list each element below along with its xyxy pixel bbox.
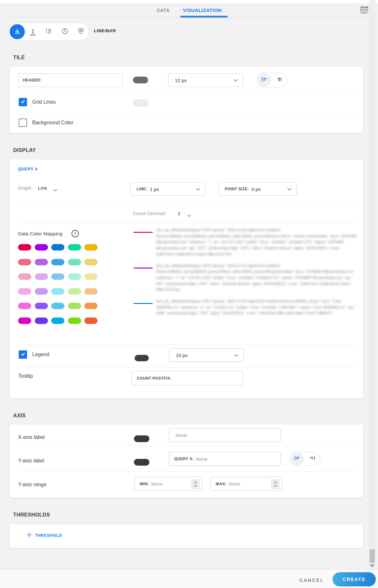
palette-color-pill[interactable] xyxy=(84,244,98,251)
align-left-button[interactable] xyxy=(256,73,272,87)
palette-color-pill[interactable] xyxy=(35,273,48,280)
palette-color-pill[interactable] xyxy=(18,318,31,324)
thresholds-heading: THRESHOLDS xyxy=(13,512,50,518)
chevron-down-icon[interactable] xyxy=(53,187,57,193)
palette-color-pill[interactable] xyxy=(68,288,81,295)
palette-color-pill[interactable] xyxy=(51,273,64,280)
palette-color-pill[interactable] xyxy=(51,259,64,265)
align-left-icon xyxy=(294,455,300,462)
honeycomb-icon xyxy=(77,27,85,36)
palette-color-pill[interactable] xyxy=(51,318,64,324)
count-decimal-select[interactable]: 2 xyxy=(178,211,180,216)
palette-color-pill[interactable] xyxy=(51,303,64,309)
palette-color-pill[interactable] xyxy=(51,288,64,295)
count-postfix-input[interactable]: COUNT POSTFIX: xyxy=(131,371,243,385)
legend-label: Legend xyxy=(32,352,49,357)
palette-color-pill[interactable] xyxy=(35,303,48,309)
json-view-button[interactable]: JSON xyxy=(360,6,368,14)
visualization-config-panel: DATA VISUALIZATION JSON 1 xyxy=(0,0,378,588)
palette-color-pill[interactable] xyxy=(18,303,31,309)
palette-color-pill[interactable] xyxy=(18,259,31,265)
palette-color-pill[interactable] xyxy=(35,244,48,251)
y-axis-range-label: Y-axis range xyxy=(18,482,46,488)
palette-color-pill[interactable] xyxy=(68,273,81,280)
palette-color-pill[interactable] xyxy=(18,273,31,280)
palette-color-pill[interactable] xyxy=(84,303,98,309)
legend-font-size-select[interactable]: 10 px xyxy=(169,348,244,362)
palette-color-pill[interactable] xyxy=(35,259,48,265)
tooltip-label: Tooltip xyxy=(18,373,33,379)
scroll-down-button[interactable] xyxy=(369,562,375,568)
list-icon xyxy=(45,28,52,35)
grid-lines-checkbox[interactable] xyxy=(19,98,27,106)
chart-type-single-value[interactable]: 1 xyxy=(25,28,41,35)
palette-color-pill[interactable] xyxy=(84,273,98,280)
line-width-value: 1 px xyxy=(150,186,159,192)
add-threshold-button[interactable]: THRESHOLD xyxy=(26,532,62,539)
y-axis-color-swatch[interactable] xyxy=(134,459,149,466)
point-size-select[interactable]: POINT SIZE: 0 px xyxy=(219,182,297,196)
scrollbar-track[interactable] xyxy=(369,0,375,569)
y-axis-min-input[interactable]: MIN: None xyxy=(134,477,202,491)
chart-type-honeycomb[interactable] xyxy=(73,27,89,36)
plus-icon xyxy=(26,532,32,539)
chart-type-list[interactable] xyxy=(41,28,57,35)
chart-type-bar[interactable] xyxy=(10,24,25,39)
palette-color-pill[interactable] xyxy=(18,288,31,295)
x-axis-label-input[interactable]: None xyxy=(169,428,281,442)
bar-chart-icon xyxy=(14,27,21,36)
min-stepper[interactable] xyxy=(191,479,200,489)
palette-color-pill[interactable] xyxy=(35,318,48,324)
chart-type-gauge[interactable] xyxy=(57,27,73,36)
chevron-down-icon xyxy=(287,186,292,192)
legend-series-color-line xyxy=(134,303,153,304)
tab-visualization[interactable]: VISUALIZATION xyxy=(183,7,222,13)
header-align-group xyxy=(256,73,288,87)
palette-color-pill[interactable] xyxy=(84,259,98,265)
color-palette xyxy=(18,244,98,324)
palette-color-pill[interactable] xyxy=(18,244,31,251)
palette-color-pill[interactable] xyxy=(68,244,81,251)
tab-data[interactable]: DATA xyxy=(157,7,170,13)
header-input[interactable]: HEADER: xyxy=(18,73,123,87)
align-left-button[interactable] xyxy=(289,452,305,466)
header-color-swatch[interactable] xyxy=(133,77,148,83)
line-width-select[interactable]: LINE: 1 px xyxy=(130,182,205,196)
legend-preview-entry: clxv_qx_xMwbzhcbxkpqvx 'CPX' qxvcpx ' 20… xyxy=(134,227,361,257)
single-value-icon: 1 xyxy=(30,28,36,35)
legend-checkbox[interactable] xyxy=(19,350,27,359)
axis-card: X-axis label None Y-axis label QUERY A: … xyxy=(10,424,363,498)
axis-heading: AXIS xyxy=(13,413,26,419)
info-icon[interactable]: ! xyxy=(71,230,79,237)
chevron-down-icon[interactable] xyxy=(187,213,191,218)
y-axis-query-prefix: QUERY A: xyxy=(174,457,194,461)
header-divider xyxy=(6,17,367,17)
align-center-button[interactable] xyxy=(272,73,288,87)
max-stepper[interactable] xyxy=(271,479,279,489)
align-right-button[interactable] xyxy=(305,452,320,466)
top-strip xyxy=(0,0,378,3)
palette-color-pill[interactable] xyxy=(68,318,81,324)
cancel-button[interactable]: CANCEL xyxy=(299,577,324,583)
palette-color-pill[interactable] xyxy=(84,318,98,324)
grid-lines-color-swatch[interactable] xyxy=(133,100,148,106)
add-threshold-label: THRESHOLD xyxy=(35,533,62,538)
max-placeholder: None xyxy=(229,481,241,487)
graph-type-select[interactable]: Line xyxy=(38,185,47,191)
x-axis-color-swatch[interactable] xyxy=(134,435,149,442)
create-button[interactable]: CREATE xyxy=(333,572,376,586)
graph-label: Graph xyxy=(18,185,32,191)
background-color-checkbox[interactable] xyxy=(19,119,27,127)
palette-color-pill[interactable] xyxy=(68,259,81,265)
palette-color-pill[interactable] xyxy=(68,303,81,309)
scrollbar-thumb[interactable] xyxy=(370,549,375,563)
header-font-size-select[interactable]: 12 px xyxy=(168,73,243,87)
palette-color-pill[interactable] xyxy=(84,288,98,295)
y-axis-label-input[interactable]: QUERY A: None xyxy=(169,452,281,466)
legend-color-swatch[interactable] xyxy=(135,355,149,361)
align-right-icon xyxy=(309,455,316,462)
palette-color-pill[interactable] xyxy=(35,288,48,295)
y-axis-align-group xyxy=(289,451,320,466)
palette-color-pill[interactable] xyxy=(51,244,64,251)
y-axis-max-input[interactable]: MAX: None xyxy=(210,477,282,491)
